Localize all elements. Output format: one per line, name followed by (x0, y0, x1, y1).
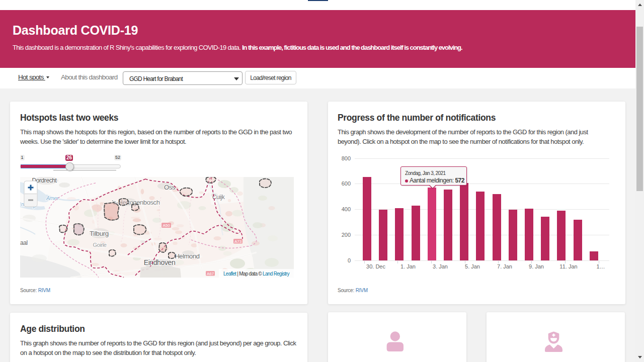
svg-text:Tilburg: Tilburg (90, 230, 109, 237)
svg-text:Leaflet | Map data © Land Regi: Leaflet | Map data © Land Registry (223, 271, 289, 277)
svg-text:Goirle: Goirle (93, 242, 107, 248)
svg-text:Eindhoven: Eindhoven (144, 258, 176, 266)
svg-text:Helmond: Helmond (175, 252, 199, 260)
svg-text:A73: A73 (234, 239, 242, 244)
svg-text:A67: A67 (207, 272, 214, 276)
svg-text:Amer: Amer (46, 195, 59, 201)
svg-text:Oss: Oss (164, 184, 176, 191)
svg-text:aal: aal (20, 239, 28, 246)
svg-text:A50: A50 (163, 223, 170, 228)
